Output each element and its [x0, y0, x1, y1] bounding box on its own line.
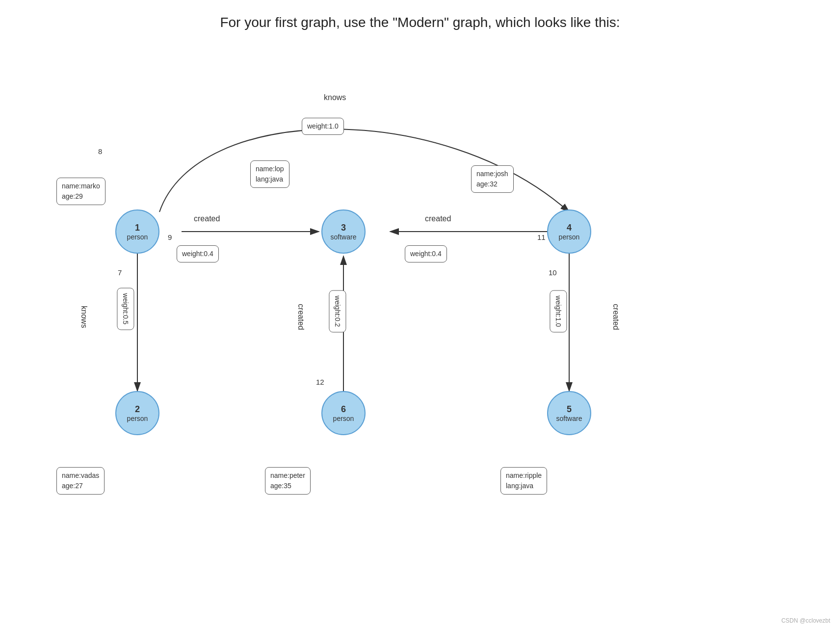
page-title: For your first graph, use the "Modern" g… [0, 0, 840, 30]
edge-num-10: 10 [549, 268, 557, 277]
node-6-label: person [333, 415, 354, 422]
prop-box-5: name:ripple lang:java [500, 467, 547, 495]
node-5: 5 software [547, 391, 591, 435]
node-3-label: software [331, 233, 357, 241]
edge-num-7: 7 [118, 268, 122, 277]
edge-num-11: 11 [537, 233, 546, 241]
edge-label-created-4-5: created [611, 304, 620, 330]
node-4-id: 4 [567, 223, 572, 233]
node-4: 4 person [547, 209, 591, 254]
weight-box-4-5: weight:1.0 [550, 290, 567, 333]
prop-box-1: name:marko age:29 [56, 178, 105, 205]
node-1-id: 1 [135, 223, 140, 233]
edge-num-8: 8 [98, 147, 102, 156]
weight-box-6-3: weight:0.2 [329, 290, 346, 333]
edge-label-created-1-3: created [194, 214, 220, 223]
edge-label-created-4-3: created [425, 214, 451, 223]
edge-label-created-6-3: created [296, 304, 305, 330]
weight-box-1-3: weight:0.4 [177, 245, 219, 262]
node-5-id: 5 [567, 404, 572, 415]
weight-box-1-2: weight:0.5 [117, 288, 134, 330]
prop-box-3: name:lop lang:java [250, 160, 289, 188]
node-6: 6 person [321, 391, 366, 435]
weight-box-4-3: weight:0.4 [405, 245, 447, 262]
node-3-id: 3 [341, 223, 346, 233]
node-1-label: person [127, 233, 148, 241]
weight-box-knows-top: weight:1.0 [302, 118, 344, 135]
edge-num-9: 9 [168, 233, 172, 241]
node-2: 2 person [115, 391, 159, 435]
node-2-label: person [127, 415, 148, 422]
edge-label-knows-1-2: knows [79, 306, 88, 328]
node-4-label: person [559, 233, 580, 241]
arrows-svg [0, 40, 840, 628]
node-1: 1 person [115, 209, 159, 254]
node-3: 3 software [321, 209, 366, 254]
node-5-label: software [556, 415, 582, 422]
node-2-id: 2 [135, 404, 140, 415]
prop-box-2: name:vadas age:27 [56, 467, 105, 495]
node-6-id: 6 [341, 404, 346, 415]
edge-label-knows-top: knows [324, 93, 346, 102]
edge-num-12: 12 [316, 378, 324, 386]
graph-container: 1 person 2 person 3 software 4 person 5 … [0, 40, 840, 628]
prop-box-6: name:peter age:35 [265, 467, 311, 495]
prop-box-4: name:josh age:32 [471, 165, 514, 193]
